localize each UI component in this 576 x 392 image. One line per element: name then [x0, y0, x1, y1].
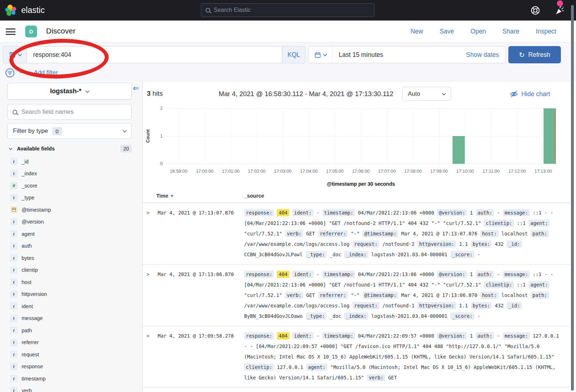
field-value: GET	[306, 231, 315, 236]
field-value: 1	[470, 333, 473, 339]
hide-chart-label: Hide chart	[521, 90, 550, 98]
expand-row-button[interactable]: >	[145, 331, 158, 383]
query-input[interactable]	[33, 51, 276, 59]
field-item-_index[interactable]: t_index	[7, 168, 142, 180]
available-fields-label: Available fields	[17, 146, 55, 152]
interval-select[interactable]: Auto	[402, 87, 451, 101]
filter-icon[interactable]	[5, 68, 15, 78]
expand-row-button[interactable]: >	[145, 269, 158, 321]
sort-desc-icon: ▾	[171, 193, 173, 198]
field-item-bytes[interactable]: tbytes	[7, 252, 142, 264]
global-search-input[interactable]	[214, 7, 370, 13]
field-item-_score[interactable]: #_score	[7, 180, 142, 192]
add-filter-link[interactable]: + Add filter	[29, 69, 58, 76]
field-key-badge: clientip:	[484, 220, 514, 227]
field-value: logstash-2021.03.04-000001	[371, 313, 447, 319]
field-key-badge: clientip:	[244, 364, 274, 371]
field-value: ::1	[517, 220, 526, 226]
field-search-input[interactable]	[21, 108, 126, 116]
field-item-httpversion[interactable]: thttpversion	[7, 288, 142, 301]
index-pattern-selector[interactable]: logstash-*	[7, 83, 132, 100]
time-column-label: Time	[156, 193, 168, 199]
expand-row-button[interactable]: >	[145, 208, 158, 260]
hits-count: 3 hits	[147, 90, 163, 98]
column-header-time[interactable]: Time ▾	[156, 193, 173, 199]
discover-app-badge[interactable]: D	[25, 26, 37, 37]
horizontal-gridline	[166, 108, 556, 109]
available-fields-header[interactable]: Available fields 20	[7, 143, 132, 154]
query-bar: KQL	[3, 46, 305, 63]
field-value: localhost	[501, 292, 528, 298]
table-row: >Mar 4, 2021 @ 17:13:07.876response: 404…	[143, 203, 570, 265]
y-axis-title: Count	[145, 129, 150, 143]
query-language-button[interactable]: KQL	[282, 46, 305, 63]
hide-chart-button[interactable]: Hide chart	[510, 90, 550, 98]
menu-hamburger-icon[interactable]	[6, 28, 15, 35]
field-item-path[interactable]: tpath	[7, 324, 142, 337]
time-range-display: Mar 4, 2021 @ 16:58:30.112 - Mar 4, 2021…	[215, 90, 397, 98]
field-search[interactable]	[7, 104, 132, 120]
help-ring-icon[interactable]	[530, 5, 541, 16]
field-item-agent[interactable]: tagent	[7, 228, 142, 240]
source-cell: response: 404 ident: - timestamp: 04/Mar…	[244, 269, 559, 321]
filter-by-type-select[interactable]: Filter by type 0	[7, 123, 132, 139]
interval-value: Auto	[408, 90, 420, 97]
field-key-badge: verb:	[285, 292, 303, 299]
field-value: _doc	[330, 313, 342, 319]
nav-action-save[interactable]: Save	[440, 28, 454, 35]
field-item-request[interactable]: trequest	[7, 348, 142, 361]
field-key-badge: _type:	[306, 312, 327, 320]
table-row: >Mar 4, 2021 @ 17:09:58.278response: 404…	[143, 326, 570, 388]
date-picker: Last 15 minutes Show dates	[308, 46, 506, 63]
x-tick-label: 17:04:00	[300, 169, 318, 174]
elastic-logo-icon	[5, 4, 17, 17]
field-item-clientip[interactable]: tclientip	[7, 264, 142, 276]
scrollbar-thumb[interactable]	[571, 5, 574, 391]
show-dates-link[interactable]: Show dates	[466, 51, 505, 59]
field-value: _doc	[330, 252, 342, 257]
filter-count-badge: 0	[52, 127, 62, 135]
x-tick-label: 17:06:00	[352, 169, 370, 174]
field-item-@version[interactable]: t@version	[7, 216, 142, 228]
collapse-sidebar-icon[interactable]: ⇐	[133, 84, 139, 93]
x-tick-label: 17:02:00	[248, 169, 266, 174]
nav-action-share[interactable]: Share	[503, 28, 519, 35]
field-name: referrer	[22, 339, 39, 345]
histogram-bar-17:13:00[interactable]	[544, 108, 556, 164]
field-value: 1	[470, 271, 473, 277]
saved-query-menu-button[interactable]	[3, 46, 27, 63]
field-item-timestamp[interactable]: ttimestamp	[7, 373, 142, 385]
y-tick-label: 1	[154, 134, 163, 139]
time-cell: Mar 4, 2021 @ 17:09:58.278	[158, 331, 244, 383]
histogram-bar-17:09:30[interactable]	[453, 136, 465, 164]
field-item-referrer[interactable]: treferrer	[7, 337, 142, 349]
nav-action-new[interactable]: New	[410, 28, 423, 35]
field-item-response[interactable]: tresponse	[7, 361, 142, 373]
field-item-_type[interactable]: t_type	[7, 192, 142, 204]
chevron-down-icon	[442, 91, 446, 95]
field-item-verb[interactable]: tverb	[7, 385, 142, 392]
y-tick-label: 2	[154, 106, 163, 111]
x-tick-label: 17:07:00	[378, 169, 396, 174]
source-cell: response: 404 ident: - timestamp: 04/Mar…	[244, 331, 559, 383]
time-range-label[interactable]: Last 15 minutes	[332, 51, 383, 59]
field-item-message[interactable]: tmessage	[7, 312, 142, 325]
nav-action-open[interactable]: Open	[471, 28, 486, 35]
refresh-button[interactable]: ↻ Refresh	[508, 46, 561, 63]
field-item-ident[interactable]: tident	[7, 300, 142, 312]
field-item-_id[interactable]: t_id	[7, 156, 142, 168]
field-key-badge: @version:	[437, 209, 467, 216]
search-icon	[206, 8, 210, 13]
field-item-auth[interactable]: tauth	[7, 240, 142, 252]
field-item-@timestamp[interactable]: @timestamp	[7, 204, 142, 216]
date-quick-select-button[interactable]	[309, 46, 332, 63]
newsfeed-party-popper-icon[interactable]	[554, 5, 565, 16]
field-item-host[interactable]: thost	[7, 276, 142, 288]
field-key-badge: httpversion:	[417, 302, 456, 309]
string-field-icon: t	[10, 278, 18, 286]
discover-main: 3 hits Mar 4, 2021 @ 16:58:30.112 - Mar …	[143, 81, 570, 392]
nav-action-inspect[interactable]: Inspect	[536, 28, 556, 35]
hits-label: hits	[152, 90, 163, 97]
field-name: agent	[22, 231, 35, 237]
global-search[interactable]	[201, 3, 374, 17]
